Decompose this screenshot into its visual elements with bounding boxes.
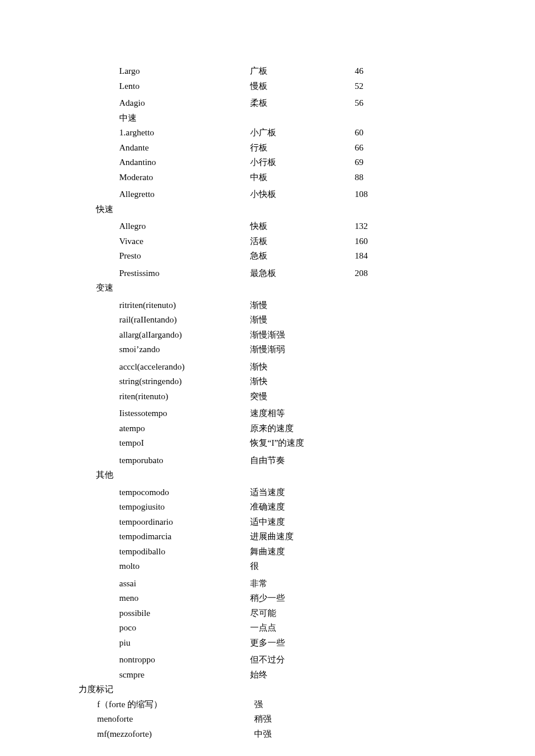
term: atempo	[119, 421, 250, 436]
cn: 一点点	[250, 621, 355, 636]
table-row: Lento 慢板 52	[0, 79, 535, 94]
table-row: tempodiballo舞曲速度	[0, 544, 535, 560]
cn: 稍少一些	[250, 591, 355, 606]
bpm: 52	[355, 79, 430, 94]
term: Andantino	[119, 155, 250, 170]
table-row: smoi’zando渐慢渐弱	[0, 342, 535, 357]
table-row: piu更多一些	[0, 636, 535, 651]
term: f（forte 的缩写）	[97, 697, 254, 712]
section-label: 变速	[96, 283, 113, 292]
cn: 活板	[250, 234, 355, 249]
bpm: 69	[355, 155, 430, 170]
table-row: temporubato自由节奏	[0, 453, 535, 468]
table-row: f（forte 的缩写） 强	[0, 697, 535, 712]
table-row: tempogiusito准确速度	[0, 500, 535, 515]
table-row: Allegretto 小快板 108	[0, 187, 535, 202]
table-row: mf(mezzoforte) 中强	[0, 727, 535, 742]
table-row: Allegro 快板 132	[0, 219, 535, 234]
cn: 渐慢	[250, 313, 355, 328]
section-label: 快速	[96, 205, 113, 214]
table-row: Largo 广板 46	[0, 64, 535, 79]
table-row: menoforte 稍强	[0, 712, 535, 727]
cn: 柔板	[250, 96, 355, 111]
cn: 适当速度	[250, 485, 355, 500]
table-row: scmpre始终	[0, 668, 535, 683]
bpm: 88	[355, 170, 430, 185]
cn: 广板	[250, 64, 355, 79]
term: allarg(alIargando)	[119, 328, 250, 343]
cn: 渐慢	[250, 298, 355, 313]
cn: 原来的速度	[250, 421, 355, 436]
bpm: 108	[355, 187, 430, 202]
table-row: string(stringendo)渐快	[0, 374, 535, 389]
section-label: 力度标记	[79, 685, 113, 694]
term: string(stringendo)	[119, 374, 250, 389]
cn: 小广板	[250, 126, 355, 141]
table-row: Moderato 中板 88	[0, 170, 535, 185]
cn: 进展曲速度	[250, 529, 355, 544]
section-other: 其他	[0, 468, 535, 483]
term: menoforte	[97, 712, 254, 727]
cn: 渐慢渐强	[250, 328, 355, 343]
cn: 突慢	[250, 389, 355, 404]
cn: 尽可能	[250, 606, 355, 621]
cn: 更多一些	[250, 636, 355, 651]
table-row: possibile尽可能	[0, 606, 535, 621]
cn: 小快板	[250, 187, 355, 202]
bpm: 160	[355, 234, 430, 249]
table-row: Vivace 活板 160	[0, 234, 535, 249]
cn: 最急板	[250, 266, 355, 281]
table-row: acccl(accelerando)渐快	[0, 360, 535, 375]
table-row: poco一点点	[0, 621, 535, 636]
term: smoi’zando	[119, 342, 250, 357]
table-row: tempoordinario适中速度	[0, 515, 535, 530]
term: mf(mezzoforte)	[97, 727, 254, 742]
cn: 中板	[250, 170, 355, 185]
term: Lento	[119, 79, 250, 94]
cn: 渐快	[250, 360, 355, 375]
bpm: 66	[355, 141, 430, 156]
cn: 快板	[250, 219, 355, 234]
bpm: 60	[355, 126, 430, 141]
cn: 但不过分	[250, 653, 355, 668]
table-row: atempo原来的速度	[0, 421, 535, 436]
term: Allegro	[119, 219, 250, 234]
cn: 小行板	[250, 155, 355, 170]
table-row: Andantino 小行板 69	[0, 155, 535, 170]
term: tempocomodo	[119, 485, 250, 500]
table-row: tempocomodo适当速度	[0, 485, 535, 500]
table-row: Iistessotempo速度相等	[0, 406, 535, 421]
table-row: rail(raIIentando)渐慢	[0, 313, 535, 328]
term: ritriten(ritenuto)	[119, 298, 250, 313]
table-row: assai非常	[0, 576, 535, 592]
term: tempoordinario	[119, 515, 250, 530]
bpm: 46	[355, 64, 430, 79]
table-row: ritriten(ritenuto)渐慢	[0, 298, 535, 313]
term: tempogiusito	[119, 500, 250, 515]
section-change: 变速	[0, 281, 535, 296]
term: piu	[119, 636, 250, 651]
section-label: 其他	[96, 470, 113, 479]
table-row: Adagio 柔板 56	[0, 96, 535, 111]
subsection-label: 中速	[119, 111, 250, 126]
term: 1.arghetto	[119, 126, 250, 141]
table-row: Prestissimo 最急板 208	[0, 266, 535, 281]
table-row: Andante 行板 66	[0, 141, 535, 156]
cn: 恢复“I”的速度	[250, 436, 355, 451]
cn: 自由节奏	[250, 453, 355, 468]
cn: 始终	[250, 668, 355, 683]
cn: 很	[250, 559, 355, 574]
term: meno	[119, 591, 250, 606]
term: Iistessotempo	[119, 406, 250, 421]
cn: 行板	[250, 141, 355, 156]
table-row: nontroppo但不过分	[0, 653, 535, 668]
cn: 舞曲速度	[250, 544, 355, 560]
section-dynamics: 力度标记	[0, 682, 535, 697]
term: possibile	[119, 606, 250, 621]
cn: 速度相等	[250, 406, 355, 421]
table-row: 1.arghetto 小广板 60	[0, 126, 535, 141]
term: Largo	[119, 64, 250, 79]
cn: 稍强	[254, 712, 312, 727]
cn: 强	[254, 697, 312, 712]
cn: 非常	[250, 576, 355, 592]
